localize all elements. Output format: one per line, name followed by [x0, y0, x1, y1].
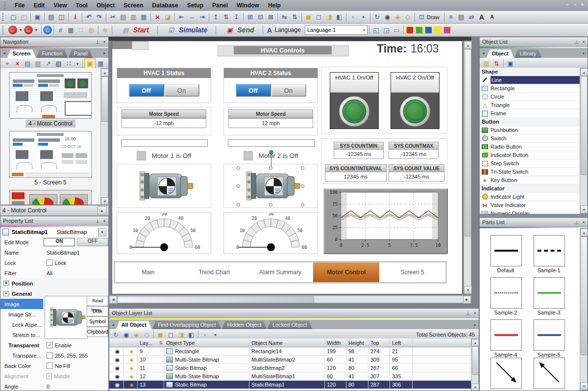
object-item-circle[interactable]: Circle	[480, 93, 580, 101]
grid-icon[interactable]: ▦	[66, 25, 76, 35]
trend-chart[interactable]: 025507510002.557.510	[323, 188, 448, 254]
screen-thumbnail-screen5[interactable]: 16:00 25-OCT-16 5 - Screen 5	[9, 131, 92, 186]
hvac1-status-group[interactable]: HVAC 1 Status Off On	[117, 68, 211, 103]
motor-speed2-bar[interactable]	[228, 139, 315, 147]
canvas-vscrollbar[interactable]: ▲ ▼	[464, 41, 471, 294]
hvac2-pushbutton[interactable]: HVAC 2 On/Off	[391, 72, 440, 129]
object-item-indicator-light[interactable]: Indicator Light	[480, 193, 580, 201]
scrollbar-thumb[interactable]	[581, 236, 588, 355]
toolbar-grip[interactable]	[4, 1, 8, 9]
col-layer[interactable]: Lay...⇅	[138, 339, 164, 347]
part-sample-2[interactable]	[490, 277, 522, 309]
name-value[interactable]: StaticBitmap1	[44, 250, 108, 256]
col-visibility[interactable]	[109, 339, 124, 347]
scroll-up-icon[interactable]: ▲	[471, 339, 479, 346]
edit-mode-off-button[interactable]: OFF	[77, 238, 108, 246]
large-icon-view-icon[interactable]: ▣	[505, 58, 515, 69]
unlock-icon[interactable]: ◈	[124, 347, 138, 355]
motor2-bitmap[interactable]	[241, 170, 301, 202]
hatch-style-icon[interactable]: ▤	[456, 12, 466, 22]
object-item-pushbutton[interactable]: Pushbutton	[480, 126, 580, 134]
selected-object-header[interactable]: StaticBitmap1 StaticBitmap ▼	[0, 227, 108, 237]
scroll-up-icon[interactable]: ▲	[580, 229, 588, 236]
font-increase-icon[interactable]: A	[477, 12, 487, 22]
scroll-up-icon[interactable]: ▲	[101, 69, 109, 77]
sort-icon[interactable]: ⇅	[159, 340, 163, 345]
snap-icon[interactable]: #	[55, 25, 66, 35]
col-width[interactable]: Width	[325, 339, 346, 347]
unlock-icon[interactable]: ◈	[124, 356, 138, 364]
menu-file[interactable]: File	[10, 1, 29, 10]
green-pushbutton-icon[interactable]	[398, 94, 432, 129]
image-label[interactable]: Image	[0, 299, 44, 309]
part-default[interactable]	[490, 235, 522, 266]
clipboard-button[interactable]: Clipboard	[87, 327, 108, 337]
font-decrease-icon[interactable]: A	[487, 12, 497, 22]
scrollbar-thumb[interactable]	[465, 49, 471, 236]
navigation-scrollbar[interactable]: ▲ ▼	[100, 68, 108, 205]
bring-to-front-icon[interactable]: ◼	[303, 12, 314, 22]
scroll-down-icon[interactable]: ▼	[464, 286, 472, 294]
color-swatch-magenta[interactable]	[443, 26, 451, 34]
view-mode-icon[interactable]: ∷	[64, 58, 74, 69]
partial-widget[interactable]	[112, 41, 132, 49]
part-sample-4[interactable]	[490, 319, 522, 351]
draw-mode-label[interactable]: Draw	[427, 14, 442, 20]
scroll-down-icon[interactable]: ▼	[101, 197, 109, 205]
color-swatch-green[interactable]	[415, 26, 423, 34]
disk-button[interactable]: Disk	[87, 306, 108, 316]
tab-scroll-right-icon[interactable]: ▸	[581, 51, 587, 55]
angle-value[interactable]: 0	[44, 384, 108, 390]
make-same-width-icon[interactable]: ⊞	[245, 12, 255, 22]
unlock-icon[interactable]: ◈	[124, 381, 138, 389]
object-item-step-switch[interactable]: Step Switch	[480, 159, 580, 168]
tab-scroll-left-icon[interactable]: ◂	[110, 322, 116, 327]
tab-panel[interactable]: Panel	[68, 50, 93, 58]
scroll-down-icon[interactable]: ▼	[580, 206, 588, 213]
col-left[interactable]: Left	[390, 339, 413, 347]
part-arrow-2[interactable]	[534, 358, 565, 389]
lock-checkbox[interactable]	[47, 260, 53, 266]
hvac2-off-button[interactable]: Off	[236, 84, 271, 97]
send-button[interactable]: ▣ Send	[218, 25, 261, 35]
layer-row-11[interactable]: ◉ ◈ 11 Static Bitmap StaticBitmap2 120 8…	[109, 364, 471, 372]
close-icon[interactable]: ×	[103, 39, 106, 45]
eye-icon[interactable]: ◉	[109, 381, 124, 389]
object-item-indicator-button[interactable]: Indicator Button	[480, 151, 580, 159]
paste-icon[interactable]: ▥	[128, 12, 139, 22]
screen-thumbnail-partial[interactable]	[9, 190, 92, 205]
menu-tool[interactable]: Tool	[71, 1, 92, 10]
color-swatch[interactable]	[47, 363, 53, 369]
home-icon[interactable]: ⌂	[43, 26, 52, 34]
nav-tab-main[interactable]: Main	[115, 262, 181, 282]
scrollbar-thumb[interactable]	[472, 346, 479, 375]
scroll-down-icon[interactable]: ▼	[580, 382, 588, 390]
tab-hidden-object[interactable]: Hidden Object	[222, 321, 267, 329]
eye-icon[interactable]: ◉	[109, 372, 124, 380]
screen-next-icon[interactable]: ◲	[381, 25, 392, 35]
tab-scroll-right-icon[interactable]: ▸	[102, 51, 107, 55]
toolbar-grip[interactable]	[2, 26, 6, 34]
new-screen-icon[interactable]: +	[2, 58, 12, 69]
screen-title[interactable]: HVAC Controls	[234, 46, 332, 54]
green-pushbutton-icon[interactable]	[337, 94, 371, 129]
layer-row-10[interactable]: ◉ ◈ 10 Multi-State Bitmap MultiStateBitm…	[109, 356, 471, 364]
tab-library[interactable]: Library	[514, 50, 542, 58]
motor2-state-indicator[interactable]	[244, 151, 253, 160]
parts-list-scrollbar[interactable]: ▲ ▼	[580, 228, 588, 391]
start-button[interactable]: ▤ Start	[114, 25, 156, 35]
paste-screen-icon[interactable]: ▥	[33, 58, 43, 69]
menu-view[interactable]: View	[49, 1, 71, 10]
hvac2-on-button[interactable]: On	[271, 84, 306, 97]
col-object-name[interactable]: Object Name	[249, 339, 325, 347]
screen-plain-icon[interactable]: ▭	[392, 25, 402, 35]
close-icon[interactable]: ×	[473, 311, 476, 316]
edit-mode-on-button[interactable]: ON	[44, 238, 75, 246]
menu-window[interactable]: Window	[232, 1, 264, 10]
col-top[interactable]: Top	[368, 339, 390, 347]
motor2-gauge-box[interactable]: 0102030405060	[223, 212, 318, 254]
hvac1-on-button[interactable]: On	[164, 84, 199, 97]
layer-row-13-selected[interactable]: ◉ ◈ 13 Static Bitmap StaticBitmap1 120 8…	[109, 381, 471, 389]
view-mode-dropdown-icon[interactable]: ▾	[74, 58, 81, 69]
screen-thumbnail-motor-control[interactable]: 4 - Motor Control	[9, 72, 92, 128]
